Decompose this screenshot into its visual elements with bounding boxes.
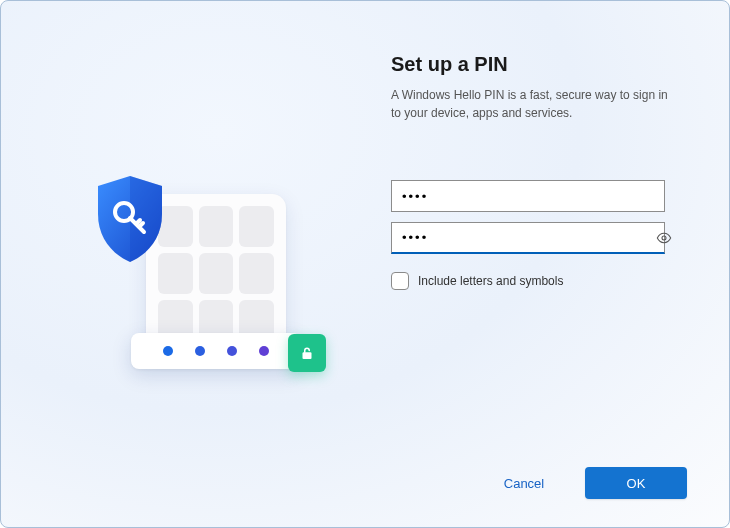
dialog-footer: Cancel OK [473, 467, 687, 499]
illustration-pane [1, 1, 391, 527]
svg-point-2 [662, 236, 666, 240]
confirm-pin-row [391, 222, 681, 254]
include-symbols-label: Include letters and symbols [418, 274, 563, 288]
svg-rect-0 [303, 352, 312, 359]
page-title: Set up a PIN [391, 53, 681, 76]
new-pin-input[interactable] [391, 180, 665, 212]
unlock-icon [288, 334, 326, 372]
cancel-button[interactable]: Cancel [473, 467, 575, 499]
confirm-pin-input[interactable] [391, 222, 665, 254]
form-pane: Set up a PIN A Windows Hello PIN is a fa… [391, 1, 729, 527]
new-pin-row [391, 180, 681, 212]
shield-key-icon [88, 172, 172, 266]
eye-icon [656, 230, 672, 246]
pin-setup-dialog: Set up a PIN A Windows Hello PIN is a fa… [0, 0, 730, 528]
ok-button[interactable]: OK [585, 467, 687, 499]
include-symbols-row: Include letters and symbols [391, 272, 681, 290]
pin-illustration [86, 174, 306, 374]
reveal-pin-button[interactable] [653, 227, 675, 249]
pin-dots-strip [131, 333, 301, 369]
include-symbols-checkbox[interactable] [391, 272, 409, 290]
page-subtitle: A Windows Hello PIN is a fast, secure wa… [391, 86, 681, 122]
